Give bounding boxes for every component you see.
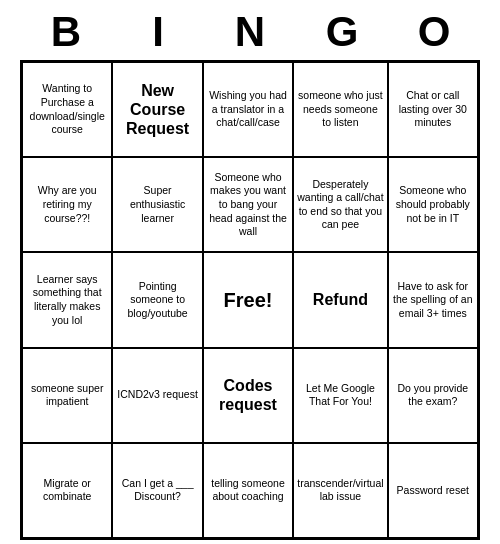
bingo-cell-r1-c4[interactable]: Someone who should probably not be in IT (388, 157, 478, 252)
title-letter-g: G (316, 8, 368, 56)
bingo-cell-r1-c0[interactable]: Why are you retiring my course??! (22, 157, 112, 252)
bingo-cell-r2-c4[interactable]: Have to ask for the spelling of an email… (388, 252, 478, 347)
bingo-cell-r1-c3[interactable]: Desperately wanting a call/chat to end s… (293, 157, 387, 252)
bingo-cell-r1-c1[interactable]: Super enthusiastic learner (112, 157, 202, 252)
title-letter-n: N (224, 8, 276, 56)
bingo-cell-r0-c3[interactable]: someone who just needs someone to listen (293, 62, 387, 157)
bingo-cell-r0-c1[interactable]: New Course Request (112, 62, 202, 157)
bingo-cell-r3-c0[interactable]: someone super impatient (22, 348, 112, 443)
bingo-cell-r2-c3[interactable]: Refund (293, 252, 387, 347)
title-letter-i: I (132, 8, 184, 56)
bingo-cell-r1-c2[interactable]: Someone who makes you want to bang your … (203, 157, 293, 252)
bingo-cell-r2-c1[interactable]: Pointing someone to blog/youtube (112, 252, 202, 347)
bingo-cell-r4-c4[interactable]: Password reset (388, 443, 478, 538)
title-letter-o: O (408, 8, 460, 56)
bingo-cell-r4-c3[interactable]: transcender/virtual lab issue (293, 443, 387, 538)
bingo-cell-r4-c1[interactable]: Can I get a ___ Discount? (112, 443, 202, 538)
bingo-cell-r0-c4[interactable]: Chat or call lasting over 30 minutes (388, 62, 478, 157)
bingo-cell-r2-c0[interactable]: Learner says something that literally ma… (22, 252, 112, 347)
bingo-cell-r3-c4[interactable]: Do you provide the exam? (388, 348, 478, 443)
bingo-title: BINGO (20, 0, 480, 60)
title-letter-b: B (40, 8, 92, 56)
bingo-cell-r4-c0[interactable]: Migrate or combinate (22, 443, 112, 538)
bingo-cell-r3-c3[interactable]: Let Me Google That For You! (293, 348, 387, 443)
bingo-cell-r3-c1[interactable]: ICND2v3 request (112, 348, 202, 443)
bingo-cell-r0-c2[interactable]: Wishing you had a translator in a chat/c… (203, 62, 293, 157)
bingo-cell-r2-c2[interactable]: Free! (203, 252, 293, 347)
bingo-cell-r0-c0[interactable]: Wanting to Purchase a download/single co… (22, 62, 112, 157)
bingo-cell-r4-c2[interactable]: telling someone about coaching (203, 443, 293, 538)
bingo-cell-r3-c2[interactable]: Codes request (203, 348, 293, 443)
bingo-grid: Wanting to Purchase a download/single co… (20, 60, 480, 540)
